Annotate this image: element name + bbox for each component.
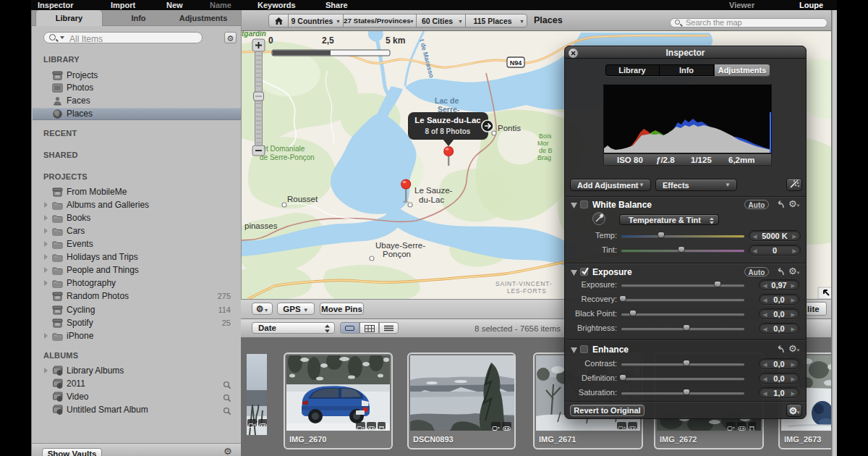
svg-text:Bois: Bois bbox=[539, 132, 552, 140]
svg-text:Ponçon: Ponçon bbox=[383, 250, 411, 258]
svg-text:pinasses: pinasses bbox=[244, 221, 278, 230]
svg-text:Ubaye-Serre-: Ubaye-Serre- bbox=[375, 241, 425, 250]
svg-text:rêt Domaniale: rêt Domaniale bbox=[260, 145, 305, 153]
svg-text:Lac de: Lac de bbox=[435, 96, 459, 105]
svg-text:LES-FORTS: LES-FORTS bbox=[507, 287, 547, 295]
svg-text:Le Sauze-du-Lac: Le Sauze-du-Lac bbox=[414, 116, 481, 124]
svg-text:de B: de B bbox=[539, 147, 553, 154]
svg-text:Le Sauze-: Le Sauze- bbox=[414, 186, 453, 195]
svg-text:0: 0 bbox=[268, 35, 273, 46]
svg-text:N94: N94 bbox=[510, 59, 522, 67]
svg-text:SAINT-VINCENT-: SAINT-VINCENT- bbox=[495, 280, 552, 287]
svg-text:8 of 8 Photos: 8 of 8 Photos bbox=[425, 127, 471, 135]
svg-text:tgardin: tgardin bbox=[242, 31, 266, 38]
svg-text:Pontis: Pontis bbox=[498, 124, 521, 132]
svg-text:Rousset: Rousset bbox=[287, 195, 318, 203]
svg-text:5 km: 5 km bbox=[386, 35, 405, 46]
svg-text:Mor: Mor bbox=[537, 140, 549, 147]
svg-text:de Serre-Ponçon: de Serre-Ponçon bbox=[260, 153, 315, 161]
svg-text:du-Lac: du-Lac bbox=[419, 195, 444, 204]
svg-text:2,5: 2,5 bbox=[322, 35, 334, 46]
svg-text:Brag: Brag bbox=[537, 154, 551, 161]
